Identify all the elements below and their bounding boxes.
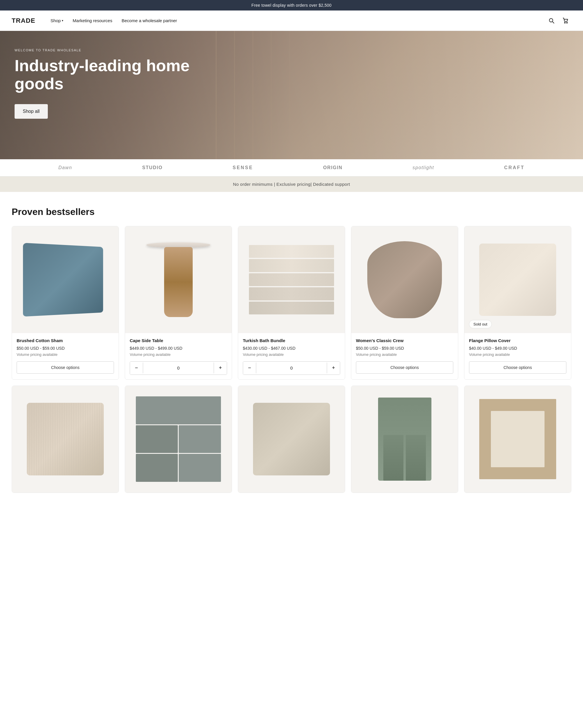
benefits-text: No order minimums | Exclusive pricing| D… xyxy=(233,182,350,187)
product-image-5: Sold out xyxy=(464,226,571,333)
product-card-4: Women's Classic Crew $50.00 USD - $59.00… xyxy=(351,226,458,380)
product-info-5: Flange Pillow Cover $40.00 USD - $49.00 … xyxy=(464,333,571,378)
section-title: Proven bestsellers xyxy=(12,207,571,217)
product-volume-1: Volume pricing available xyxy=(17,352,114,357)
brands-bar: Dawn STUDIO SENSE ORIGIN spotlight CRAFT xyxy=(0,159,583,177)
product-img-towels-gray xyxy=(136,396,221,482)
quantity-control-2: − 0 + xyxy=(130,361,227,375)
product-volume-4: Volume pricing available xyxy=(356,352,453,357)
announcement-text: Free towel display with orders over $2,5… xyxy=(252,3,332,7)
product-price-4: $50.00 USD - $59.00 USD xyxy=(356,346,453,350)
choose-options-btn-5[interactable]: Choose options xyxy=(469,361,566,374)
product-img-sweater xyxy=(367,241,442,318)
hero-section: WELCOME TO TRADE WHOLESALE Industry-lead… xyxy=(0,31,583,159)
hero-cta-button[interactable]: Shop all xyxy=(15,104,48,119)
product-img-pillow-textured xyxy=(27,403,104,475)
product-card-5: Sold out Flange Pillow Cover $40.00 USD … xyxy=(464,226,571,380)
benefits-bar: No order minimums | Exclusive pricing| D… xyxy=(0,177,583,192)
product-info-3: Turkish Bath Bundle $430.00 USD - $467.0… xyxy=(238,333,345,380)
nav-shop[interactable]: Shop ▾ xyxy=(47,16,67,25)
product-grid-row1: Brushed Cotton Sham $50.00 USD - $59.00 … xyxy=(12,226,571,380)
choose-options-btn-4[interactable]: Choose options xyxy=(356,361,453,374)
cart-button[interactable] xyxy=(560,15,571,27)
brand-dawn[interactable]: Dawn xyxy=(58,165,72,170)
product-img-towels xyxy=(249,245,334,314)
svg-line-1 xyxy=(553,22,554,23)
product-card-1: Brushed Cotton Sham $50.00 USD - $59.00 … xyxy=(12,226,119,380)
hero-title: Industry-leading home goods xyxy=(15,57,213,93)
product-card-2: Cape Side Table $449.00 USD - $499.00 US… xyxy=(125,226,232,380)
product-info-1: Brushed Cotton Sham $50.00 USD - $59.00 … xyxy=(12,333,119,378)
product-price-1: $50.00 USD - $59.00 USD xyxy=(17,346,114,350)
product-card-10 xyxy=(464,386,571,493)
product-card-6 xyxy=(12,386,119,493)
product-price-2: $449.00 USD - $499.00 USD xyxy=(130,346,227,350)
quantity-display-3: 0 xyxy=(256,363,327,373)
main-nav: Shop ▾ Marketing resources Become a whol… xyxy=(47,16,546,25)
product-img-pillow-cream xyxy=(479,243,556,316)
brand-craft[interactable]: CRAFT xyxy=(504,165,525,170)
nav-marketing[interactable]: Marketing resources xyxy=(69,16,116,25)
product-image-8 xyxy=(238,386,345,493)
product-name-1: Brushed Cotton Sham xyxy=(17,338,114,344)
product-volume-5: Volume pricing available xyxy=(469,352,566,357)
product-image-6 xyxy=(12,386,119,493)
site-logo[interactable]: TRADE xyxy=(12,17,35,25)
product-card-3: Turkish Bath Bundle $430.00 USD - $467.0… xyxy=(238,226,345,380)
product-card-8 xyxy=(238,386,345,493)
hero-eyebrow: WELCOME TO TRADE WHOLESALE xyxy=(15,48,213,52)
frame-inner xyxy=(491,411,545,467)
product-volume-3: Volume pricing available xyxy=(243,352,340,357)
nav-wholesale[interactable]: Become a wholesale partner xyxy=(118,16,181,25)
product-img-pillow-blue xyxy=(23,243,103,316)
product-volume-2: Volume pricing available xyxy=(130,352,227,357)
product-info-2: Cape Side Table $449.00 USD - $499.00 US… xyxy=(125,333,232,380)
products-section: Proven bestsellers Brushed Cotton Sham $… xyxy=(0,192,583,513)
quantity-control-3: − 0 + xyxy=(243,361,340,375)
brand-sense[interactable]: SENSE xyxy=(232,165,253,170)
product-card-7 xyxy=(125,386,232,493)
quantity-display-2: 0 xyxy=(143,363,214,373)
svg-point-3 xyxy=(567,22,567,23)
quantity-decrease-btn-2[interactable]: − xyxy=(130,362,143,374)
product-name-5: Flange Pillow Cover xyxy=(469,338,566,344)
product-img-side-table xyxy=(146,242,211,317)
quantity-increase-btn-2[interactable]: + xyxy=(214,362,227,374)
product-card-9 xyxy=(351,386,458,493)
product-grid-row2 xyxy=(12,386,571,493)
choose-options-btn-1[interactable]: Choose options xyxy=(17,361,114,374)
site-header: TRADE Shop ▾ Marketing resources Become … xyxy=(0,10,583,31)
chevron-down-icon: ▾ xyxy=(62,19,63,22)
product-info-4: Women's Classic Crew $50.00 USD - $59.00… xyxy=(351,333,458,378)
product-image-2 xyxy=(125,226,232,333)
announcement-bar: Free towel display with orders over $2,5… xyxy=(0,0,583,10)
hero-content: WELCOME TO TRADE WHOLESALE Industry-lead… xyxy=(15,48,213,119)
header-icons xyxy=(546,15,571,27)
quantity-decrease-btn-3[interactable]: − xyxy=(243,362,256,374)
table-leg xyxy=(164,247,193,317)
product-name-4: Women's Classic Crew xyxy=(356,338,453,344)
svg-point-0 xyxy=(550,18,553,22)
product-image-3 xyxy=(238,226,345,333)
product-name-3: Turkish Bath Bundle xyxy=(243,338,340,344)
product-name-2: Cape Side Table xyxy=(130,338,227,344)
product-image-10 xyxy=(464,386,571,493)
sold-out-badge: Sold out xyxy=(469,320,492,329)
product-image-9 xyxy=(351,386,458,493)
search-button[interactable] xyxy=(546,15,557,27)
brand-studio[interactable]: STUDIO xyxy=(142,165,163,170)
product-img-frame xyxy=(479,399,556,479)
product-price-3: $430.00 USD - $467.00 USD xyxy=(243,346,340,350)
brand-spotlight[interactable]: spotlight xyxy=(413,165,434,170)
brand-origin[interactable]: ORIGIN xyxy=(323,165,343,170)
product-img-pillow-linen xyxy=(253,403,330,475)
product-image-1 xyxy=(12,226,119,333)
product-img-pants xyxy=(378,397,432,481)
product-image-4 xyxy=(351,226,458,333)
product-image-7 xyxy=(125,386,232,493)
svg-point-2 xyxy=(565,22,565,23)
product-price-5: $40.00 USD - $49.00 USD xyxy=(469,346,566,350)
quantity-increase-btn-3[interactable]: + xyxy=(327,362,340,374)
